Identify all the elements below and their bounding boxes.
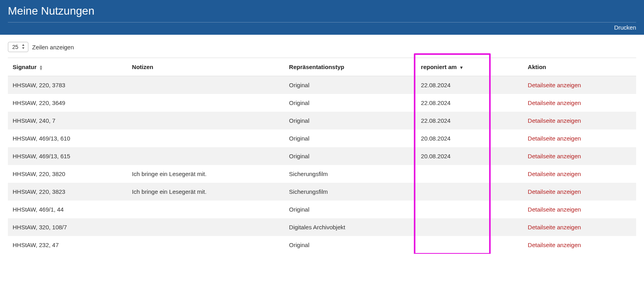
detail-link[interactable]: Detailseite anzeigen xyxy=(528,153,581,159)
cell-signatur: HHStAW, 469/1, 44 xyxy=(8,201,127,218)
cell-signatur: HHStAW, 320, 108/7 xyxy=(8,218,127,236)
cell-reponiert-am: 20.08.2024 xyxy=(416,147,523,165)
cell-aktion: Detailseite anzeigen xyxy=(523,147,636,165)
col-aktion: Aktion xyxy=(523,58,636,76)
detail-link[interactable]: Detailseite anzeigen xyxy=(528,135,581,142)
detail-link[interactable]: Detailseite anzeigen xyxy=(528,224,581,231)
col-notizen[interactable]: Notizen xyxy=(127,58,285,76)
cell-notizen xyxy=(127,129,285,147)
cell-notizen xyxy=(127,94,285,112)
table-row: HHStAW, 220, 3783Original22.08.2024Detai… xyxy=(8,76,636,94)
cell-signatur: HHStAW, 240, 7 xyxy=(8,112,127,129)
content-area: 25 Zeilen anzeigen Signatur ▲▼ Notizen xyxy=(0,35,644,254)
rows-per-page-label: Zeilen anzeigen xyxy=(32,44,74,51)
cell-signatur: HHStAW, 469/13, 610 xyxy=(8,129,127,147)
cell-repraesentationstyp: Original xyxy=(284,76,416,94)
col-aktion-label: Aktion xyxy=(528,64,546,70)
rows-per-page-control: 25 Zeilen anzeigen xyxy=(8,42,636,52)
cell-signatur: HHStAW, 220, 3649 xyxy=(8,94,127,112)
cell-notizen xyxy=(127,236,285,254)
detail-link[interactable]: Detailseite anzeigen xyxy=(528,99,581,106)
cell-repraesentationstyp: Digitales Archivobjekt xyxy=(284,218,416,236)
cell-repraesentationstyp: Original xyxy=(284,236,416,254)
cell-reponiert-am: 22.08.2024 xyxy=(416,94,523,112)
cell-aktion: Detailseite anzeigen xyxy=(523,76,636,94)
cell-aktion: Detailseite anzeigen xyxy=(523,236,636,254)
cell-repraesentationstyp: Original xyxy=(284,147,416,165)
table-row: HHStAW, 469/1, 44OriginalDetailseite anz… xyxy=(8,201,636,218)
print-link[interactable]: Drucken xyxy=(614,24,636,31)
table-row: HHStAW, 220, 3649Original22.08.2024Detai… xyxy=(8,94,636,112)
table-body: HHStAW, 220, 3783Original22.08.2024Detai… xyxy=(8,76,636,254)
detail-link[interactable]: Detailseite anzeigen xyxy=(528,242,581,248)
cell-aktion: Detailseite anzeigen xyxy=(523,218,636,236)
cell-notizen xyxy=(127,76,285,94)
cell-reponiert-am xyxy=(416,201,523,218)
cell-reponiert-am xyxy=(416,218,523,236)
col-signatur-label: Signatur xyxy=(13,64,37,70)
page-header: Meine Nutzungen Drucken xyxy=(0,0,644,35)
cell-signatur: HHStAW, 220, 3823 xyxy=(8,183,127,201)
sort-both-icon: ▲▼ xyxy=(39,65,43,70)
cell-reponiert-am xyxy=(416,183,523,201)
cell-reponiert-am: 22.08.2024 xyxy=(416,76,523,94)
rows-per-page-select[interactable]: 25 xyxy=(8,42,28,52)
sort-desc-icon: ▼ xyxy=(459,65,463,70)
col-notizen-label: Notizen xyxy=(132,64,153,70)
col-repraesentationstyp[interactable]: Repräsentationstyp xyxy=(284,58,416,76)
table-row: HHStAW, 469/13, 610Original20.08.2024Det… xyxy=(8,129,636,147)
cell-reponiert-am xyxy=(416,165,523,183)
cell-reponiert-am: 22.08.2024 xyxy=(416,112,523,129)
cell-notizen: Ich bringe ein Lesegerät mit. xyxy=(127,165,285,183)
cell-aktion: Detailseite anzeigen xyxy=(523,201,636,218)
select-caret-icon xyxy=(22,44,25,50)
cell-repraesentationstyp: Original xyxy=(284,94,416,112)
usages-table: Signatur ▲▼ Notizen Repräsentationstyp r… xyxy=(8,58,636,254)
table-wrapper: Signatur ▲▼ Notizen Repräsentationstyp r… xyxy=(8,58,636,254)
cell-notizen xyxy=(127,201,285,218)
cell-notizen xyxy=(127,112,285,129)
table-header-row: Signatur ▲▼ Notizen Repräsentationstyp r… xyxy=(8,58,636,76)
cell-aktion: Detailseite anzeigen xyxy=(523,112,636,129)
cell-notizen: Ich bringe ein Lesegerät mit. xyxy=(127,183,285,201)
cell-repraesentationstyp: Original xyxy=(284,112,416,129)
table-row: HHStAW, 240, 7Original22.08.2024Detailse… xyxy=(8,112,636,129)
detail-link[interactable]: Detailseite anzeigen xyxy=(528,171,581,177)
detail-link[interactable]: Detailseite anzeigen xyxy=(528,206,581,213)
detail-link[interactable]: Detailseite anzeigen xyxy=(528,188,581,195)
cell-signatur: HHStAW, 469/13, 615 xyxy=(8,147,127,165)
cell-reponiert-am xyxy=(416,236,523,254)
col-signatur[interactable]: Signatur ▲▼ xyxy=(8,58,127,76)
col-reponiert-am[interactable]: reponiert am ▼ xyxy=(416,58,523,76)
cell-aktion: Detailseite anzeigen xyxy=(523,165,636,183)
page-title: Meine Nutzungen xyxy=(8,5,636,17)
col-reponiert-am-label: reponiert am xyxy=(421,64,457,70)
cell-notizen xyxy=(127,147,285,165)
cell-repraesentationstyp: Original xyxy=(284,129,416,147)
table-row: HHStAW, 469/13, 615Original20.08.2024Det… xyxy=(8,147,636,165)
cell-repraesentationstyp: Original xyxy=(284,201,416,218)
table-row: HHStAW, 220, 3823Ich bringe ein Lesegerä… xyxy=(8,183,636,201)
table-row: HHStAW, 220, 3820Ich bringe ein Lesegerä… xyxy=(8,165,636,183)
cell-notizen xyxy=(127,218,285,236)
rows-per-page-value: 25 xyxy=(12,44,19,50)
table-row: HHStAW, 232, 47OriginalDetailseite anzei… xyxy=(8,236,636,254)
detail-link[interactable]: Detailseite anzeigen xyxy=(528,117,581,124)
cell-repraesentationstyp: Sicherungsfilm xyxy=(284,165,416,183)
cell-signatur: HHStAW, 232, 47 xyxy=(8,236,127,254)
header-divider xyxy=(8,22,636,22)
cell-reponiert-am: 20.08.2024 xyxy=(416,129,523,147)
table-row: HHStAW, 320, 108/7Digitales Archivobjekt… xyxy=(8,218,636,236)
cell-aktion: Detailseite anzeigen xyxy=(523,129,636,147)
cell-signatur: HHStAW, 220, 3783 xyxy=(8,76,127,94)
cell-signatur: HHStAW, 220, 3820 xyxy=(8,165,127,183)
cell-aktion: Detailseite anzeigen xyxy=(523,183,636,201)
detail-link[interactable]: Detailseite anzeigen xyxy=(528,82,581,88)
cell-aktion: Detailseite anzeigen xyxy=(523,94,636,112)
col-repraesentationstyp-label: Repräsentationstyp xyxy=(289,64,344,70)
cell-repraesentationstyp: Sicherungsfilm xyxy=(284,183,416,201)
